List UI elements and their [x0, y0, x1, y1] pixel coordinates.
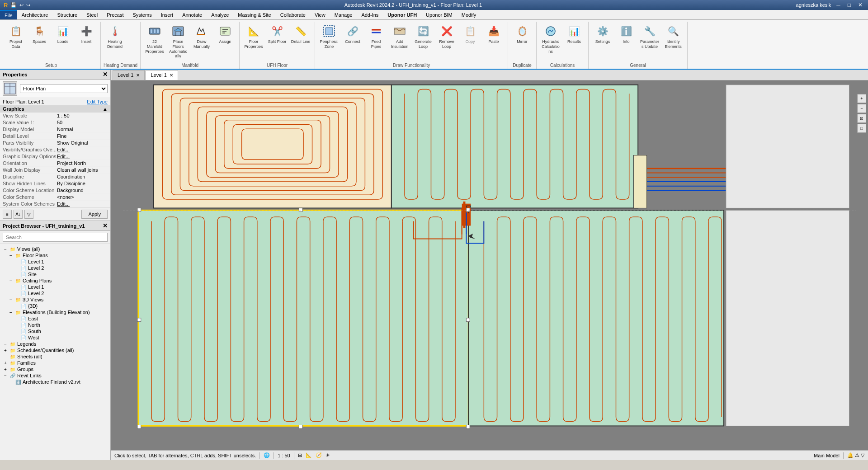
menu-bar: File Architecture Structure Steel Precas…	[0, 10, 868, 20]
view-tab-1[interactable]: Level 1 ✕	[113, 70, 145, 80]
tree-ceiling-level2[interactable]: 📄 Level 2	[0, 290, 110, 296]
ribbon-btn-info[interactable]: ℹ️ Info	[615, 23, 637, 54]
ribbon-btn-floor-properties[interactable]: 📐 Floor Properties	[242, 23, 265, 54]
filter-btn[interactable]: ▽	[24, 210, 33, 219]
browser-search-input[interactable]	[3, 233, 108, 242]
sort-category-btn[interactable]: ≡	[3, 210, 12, 219]
sort-alpha-btn[interactable]: A↓	[14, 210, 23, 219]
ribbon-btn-loads[interactable]: 📊 Loads	[52, 23, 74, 54]
view-tab-1-close[interactable]: ✕	[136, 73, 140, 78]
ribbon-btn-manifold-properties[interactable]: 22 Manifold Properties	[143, 23, 166, 55]
close-button[interactable]: ✕	[856, 2, 864, 8]
tree-families[interactable]: + 📁 Families	[0, 360, 110, 366]
ribbon-btn-parameters-update[interactable]: 🔧 Parameters Update	[638, 23, 661, 54]
zoom-fit-icon[interactable]: ⊡	[857, 114, 866, 123]
view-tab-2[interactable]: Level 1 ✕	[146, 70, 178, 80]
quick-access-redo[interactable]: ↪	[26, 2, 30, 8]
ribbon-btn-draw-manually[interactable]: Draw Manually	[190, 23, 213, 54]
tree-elevations[interactable]: − 📁 Elevations (Building Elevation)	[0, 309, 110, 315]
menu-structure[interactable]: Structure	[52, 10, 82, 19]
ribbon-btn-identify-elements[interactable]: 🔍 Identify Elements	[662, 23, 684, 54]
ribbon-btn-add-insulation[interactable]: Add Insulation	[388, 23, 411, 54]
menu-addins[interactable]: Add-Ins	[357, 10, 383, 19]
tree-ceiling-level1[interactable]: 📄 Level 1	[0, 284, 110, 290]
spaces-icon: 🪑	[32, 24, 47, 38]
tree-3d[interactable]: 📄 {3D}	[0, 303, 110, 309]
tree-arch-finland[interactable]: ⬇️ Architecture Finland v2.rvt	[0, 379, 110, 385]
menu-annotate[interactable]: Annotate	[178, 10, 207, 19]
tree-revit-links[interactable]: − 🔗 Revit Links	[0, 372, 110, 379]
ribbon-btn-detail-line[interactable]: 📏 Detail Line	[289, 23, 312, 54]
menu-massing[interactable]: Massing & Site	[233, 10, 275, 19]
menu-view[interactable]: View	[310, 10, 330, 19]
properties-header: Properties ✕	[0, 70, 110, 80]
ribbon-btn-hydraulic[interactable]: Hydraulic Calculations	[539, 23, 562, 55]
tree-level2-fp[interactable]: 📄 Level 2	[0, 265, 110, 271]
tree-east[interactable]: 📄 East	[0, 315, 110, 322]
ribbon-btn-insert[interactable]: ➕ Insert	[75, 23, 98, 54]
tree-legends[interactable]: − 📁 Legends	[0, 341, 110, 347]
ribbon-btn-copy[interactable]: 📋 Copy	[459, 23, 481, 54]
minimize-button[interactable]: ─	[835, 2, 842, 8]
tree-sheets[interactable]: 📁 Sheets (all)	[0, 353, 110, 360]
tree-3d-views[interactable]: − 📁 3D Views	[0, 296, 110, 303]
menu-modify[interactable]: Modify	[457, 10, 481, 19]
ribbon-btn-mirror[interactable]: 🪞 Mirror	[511, 23, 533, 54]
zoom-in-icon[interactable]: +	[857, 94, 866, 103]
ribbon-btn-results[interactable]: 📊 Results	[563, 23, 585, 54]
edit-type-link[interactable]: Edit Type	[87, 99, 108, 104]
ribbon-btn-feed-pipes[interactable]: Feed Pipes	[365, 23, 387, 54]
menu-architecture[interactable]: Architecture	[17, 10, 53, 19]
ribbon-btn-project-data[interactable]: 📋 Project Data	[5, 23, 27, 54]
ribbon-btn-generate-loop[interactable]: 🔄 Generate Loop	[412, 23, 434, 54]
zoom-out-icon[interactable]: −	[857, 104, 866, 113]
svg-rect-35	[463, 202, 466, 228]
quick-access-save[interactable]: 💾	[10, 2, 17, 8]
tree-groups[interactable]: + 📁 Groups	[0, 366, 110, 372]
quick-access-undo[interactable]: ↩	[19, 2, 24, 8]
tree-views-header[interactable]: − 📁 Views (all)	[0, 246, 110, 252]
project-browser-close-button[interactable]: ✕	[103, 222, 108, 229]
canvas-nav-controls: + − ⊡ □	[857, 94, 866, 133]
ribbon-btn-spaces[interactable]: 🪑 Spaces	[28, 23, 51, 54]
ribbon-btn-connect[interactable]: 🔗 Connect	[341, 23, 364, 54]
properties-close-button[interactable]: ✕	[103, 71, 108, 78]
status-separator-4	[843, 452, 844, 459]
menu-analyze[interactable]: Analyze	[207, 10, 233, 19]
menu-manage[interactable]: Manage	[330, 10, 357, 19]
tree-west[interactable]: 📄 West	[0, 334, 110, 341]
peripheral-zone-icon	[322, 24, 336, 38]
ribbon-btn-paste[interactable]: 📥 Paste	[482, 23, 505, 54]
zoom-region-icon[interactable]: □	[857, 124, 866, 133]
menu-file[interactable]: File	[0, 10, 17, 19]
menu-systems[interactable]: Systems	[128, 10, 156, 19]
menu-insert[interactable]: Insert	[156, 10, 178, 19]
apply-button[interactable]: Apply	[81, 210, 108, 219]
ribbon-btn-assign[interactable]: Assign	[214, 23, 236, 54]
browser-tree: − 📁 Views (all) − 📁 Floor Plans 📄 Level …	[0, 244, 110, 460]
ribbon-btn-remove-loop[interactable]: ❌ Remove Loop	[435, 23, 458, 54]
menu-uponor-bim[interactable]: Uponor BIM	[421, 10, 457, 19]
tree-level1-fp[interactable]: 📄 Level 1	[0, 258, 110, 265]
menu-precast[interactable]: Precast	[102, 10, 128, 19]
menu-collaborate[interactable]: Collaborate	[276, 10, 310, 19]
tree-south[interactable]: 📄 South	[0, 328, 110, 334]
tree-ceiling-plans[interactable]: − 📁 Ceiling Plans	[0, 277, 110, 284]
graphics-section-header[interactable]: Graphics ▲	[0, 105, 110, 113]
menu-uponor-ufh[interactable]: Uponor UFH	[383, 10, 421, 19]
prop-type-select[interactable]: Floor Plan	[20, 84, 108, 93]
revit-links-toggle: −	[3, 373, 8, 378]
ribbon-btn-place-floors[interactable]: Place Floors Automatically	[167, 23, 189, 60]
ribbon-btn-split-floor[interactable]: ✂️ Split Floor	[266, 23, 288, 54]
menu-steel[interactable]: Steel	[82, 10, 102, 19]
maximize-button[interactable]: □	[846, 2, 853, 8]
tree-schedules[interactable]: + 📁 Schedules/Quantities (all)	[0, 347, 110, 353]
tree-north[interactable]: 📄 North	[0, 322, 110, 328]
tree-site[interactable]: 📄 Site	[0, 271, 110, 277]
ribbon-btn-heating-demand[interactable]: 🌡️ Heating Demand	[104, 23, 126, 54]
view-tab-2-close[interactable]: ✕	[170, 73, 173, 78]
ribbon-btn-peripheral-zone[interactable]: Peripheral Zone	[318, 23, 340, 54]
ribbon-btn-settings[interactable]: ⚙️ Settings	[591, 23, 614, 54]
tree-floor-plans[interactable]: − 📁 Floor Plans	[0, 252, 110, 258]
drawing-canvas[interactable]: + − ⊡ □	[111, 80, 868, 450]
